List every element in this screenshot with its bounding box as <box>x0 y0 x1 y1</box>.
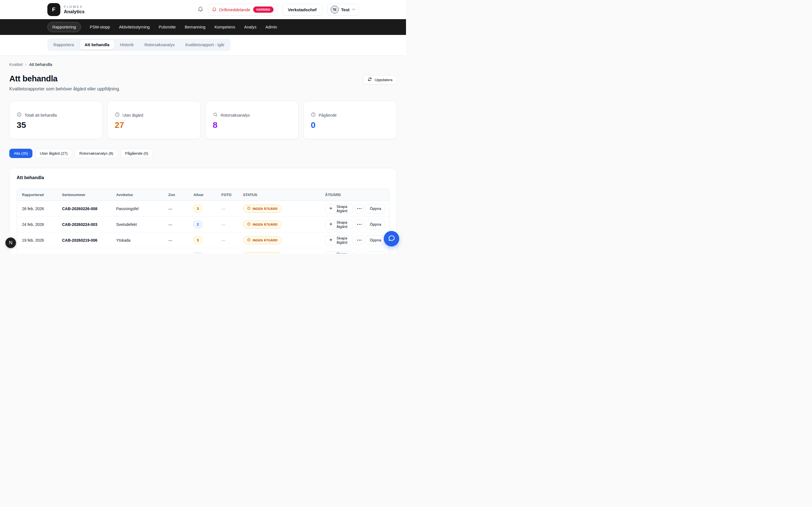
table-header-row: Rapporterad ▼ Serienummer ▼ Avvikelse ▼ <box>17 189 389 201</box>
bell-icon <box>198 6 203 13</box>
primary-nav-item[interactable]: Aktivitetsstyrning <box>119 22 150 32</box>
user-menu-button[interactable]: TE Test <box>327 4 359 15</box>
open-button[interactable]: Öppna <box>366 220 385 229</box>
open-label: Öppna <box>370 238 381 242</box>
create-action-label: Skapa åtgärd <box>335 205 349 213</box>
filter-chip-label: Rotorsaksanalys (8) <box>80 151 113 156</box>
table-column-header[interactable]: Allvar ▼ <box>188 193 216 197</box>
driftmeddelande-alert[interactable]: Driftmeddelande VARNING <box>208 4 278 15</box>
more-options-button[interactable] <box>355 251 363 253</box>
create-action-button[interactable]: Skapa åtgärd <box>325 220 353 229</box>
table-column-header[interactable]: STATUS ▼ <box>238 193 320 197</box>
alert-circle-icon <box>247 238 251 242</box>
primary-nav-item[interactable]: Rapportering <box>47 22 81 32</box>
table-column-header[interactable]: Avvikelse ▼ <box>111 193 163 197</box>
sub-nav-tab[interactable]: Att behandla <box>80 40 114 50</box>
stat-value: 27 <box>115 121 193 129</box>
breadcrumb-current: Att behandla <box>29 62 52 67</box>
brand-product: Analytics <box>64 9 85 14</box>
more-options-button[interactable] <box>355 220 363 229</box>
status-badge: INGEN ÅTGÄRD <box>243 205 282 213</box>
cell-serial: CAB-20260224-003 <box>57 222 111 227</box>
table-row: 24 feb. 2026 CAB-20260224-003 Svetsdefek… <box>17 217 389 232</box>
more-options-button[interactable] <box>355 235 363 245</box>
breadcrumb-parent-link[interactable]: Kvalitet <box>9 62 23 67</box>
primary-nav-item-label: Pulsmöte <box>159 25 175 29</box>
primary-nav-item[interactable]: PSM-stopp <box>89 22 110 32</box>
table-column-header[interactable]: Serienummer ▼ <box>57 193 111 197</box>
refresh-icon <box>368 77 372 82</box>
filter-chip-label: Pågående (0) <box>125 151 148 156</box>
open-button[interactable]: Öppna <box>366 204 385 214</box>
cell-actions: Skapa åtgärd Öppna <box>320 251 389 253</box>
cell-zone: — <box>163 207 188 211</box>
stat-value: 0 <box>311 121 389 129</box>
table-column-header[interactable]: ÅTGÄRD ▼ <box>320 193 389 197</box>
cell-severity: 2 <box>188 221 216 228</box>
stat-value: 8 <box>213 121 292 129</box>
create-action-button[interactable]: Skapa åtgärd <box>325 204 353 214</box>
stat-card-pagaende: Pågående 0 <box>303 101 397 139</box>
column-label: Serienummer <box>62 193 86 197</box>
table-row: 26 feb. 2026 CAB-20260226-008 Passningsf… <box>17 201 389 217</box>
chat-bubble-icon <box>388 234 396 243</box>
filter-chip[interactable]: Utan åtgärd (27) <box>35 149 72 158</box>
table-column-header[interactable]: Zon ▼ <box>163 193 188 197</box>
primary-nav-item-label: Analys <box>244 25 257 29</box>
column-label: STATUS <box>243 193 257 197</box>
primary-nav-items: Rapportering PSM-stopp Aktivitetsstyrnin… <box>47 22 277 32</box>
status-label: INGEN ÅTGÄRD <box>253 207 278 210</box>
filter-chip[interactable]: Rotorsaksanalys (8) <box>75 149 118 158</box>
primary-nav-item[interactable]: Pulsmöte <box>158 22 176 32</box>
severity-badge: 2 <box>193 252 202 254</box>
primary-nav-item[interactable]: Analys <box>244 22 257 32</box>
filter-chips: Alla (35) Utan åtgärd (27) Rotorsaksanal… <box>9 149 397 158</box>
create-action-button[interactable]: Skapa åtgärd <box>325 235 353 245</box>
status-badge: INGEN ÅTGÄRD <box>243 252 282 253</box>
sub-nav-tabs: Rapportera Att behandla Historik Rotorsa… <box>47 39 231 51</box>
cell-actions: Skapa åtgärd Öppna <box>320 204 389 214</box>
cell-date: 26 feb. 2026 <box>17 207 57 211</box>
sub-nav-tab-label: Att behandla <box>85 43 109 47</box>
sub-nav-tab[interactable]: Rotorsaksanalys <box>140 40 179 50</box>
brand-logo: F <box>47 3 60 16</box>
primary-nav-item[interactable]: Kompetens <box>214 22 236 32</box>
open-button[interactable]: Öppna <box>366 251 385 253</box>
nextjs-dev-badge[interactable]: N <box>5 237 16 248</box>
cell-status: INGEN ÅTGÄRD <box>238 252 320 253</box>
severity-badge: 3 <box>193 205 202 212</box>
page-title: Att behandla <box>9 74 120 83</box>
primary-nav-item-label: Admin <box>266 25 277 29</box>
alert-circle-icon <box>115 112 120 118</box>
primary-nav-item[interactable]: Bemanning <box>185 22 206 32</box>
role-button[interactable]: Verkstadschef <box>282 4 322 15</box>
filter-chip[interactable]: Alla (35) <box>9 149 33 158</box>
table-column-header[interactable]: FOTO ▼ <box>216 193 238 197</box>
primary-nav-item-label: Bemanning <box>185 25 205 29</box>
primary-nav-item-label: PSM-stopp <box>90 25 110 29</box>
open-button[interactable]: Öppna <box>366 235 385 245</box>
filter-chip[interactable]: Pågående (0) <box>121 149 153 158</box>
status-label: INGEN ÅTGÄRD <box>253 223 278 226</box>
table-column-header[interactable]: Rapporterad ▼ <box>17 193 57 197</box>
refresh-button[interactable]: Uppdatera <box>363 75 397 84</box>
avatar: TE <box>331 6 339 13</box>
sub-nav-tab[interactable]: Rapportera <box>49 40 79 50</box>
cell-date: 24 feb. 2026 <box>17 222 57 227</box>
more-options-button[interactable] <box>355 204 363 214</box>
cell-zone: — <box>163 222 188 227</box>
cell-actions: Skapa åtgärd Öppna <box>320 235 389 245</box>
sub-nav-tab[interactable]: Historik <box>115 40 139 50</box>
create-action-button[interactable]: Skapa åtgärd <box>325 251 353 253</box>
column-label: Avvikelse <box>116 193 133 197</box>
primary-nav-item[interactable]: Admin <box>265 22 277 32</box>
primary-nav: Rapportering PSM-stopp Aktivitetsstyrnin… <box>0 19 406 35</box>
cell-actions: Skapa åtgärd Öppna <box>320 220 389 229</box>
notifications-button[interactable] <box>198 6 203 13</box>
cell-severity: 3 <box>188 205 216 212</box>
create-action-label: Skapa åtgärd <box>335 236 349 244</box>
sub-nav-tab[interactable]: Kvalitetsrapport - Igår <box>181 40 229 50</box>
chat-fab-button[interactable] <box>384 231 399 246</box>
table-row: 19 feb. 2026 CAB-20260219-006 Ytskada — … <box>17 232 389 248</box>
severity-badge: 3 <box>193 236 202 244</box>
